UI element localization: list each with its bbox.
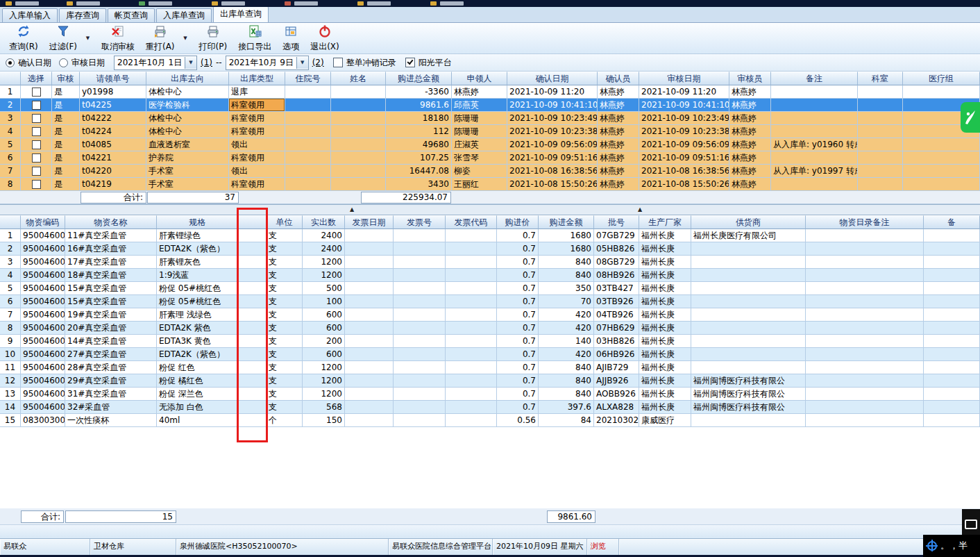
table-row[interactable]: 109500460027#真空采血管EDTA2K（紫色）支6000.742006… [0, 348, 980, 361]
cell[interactable]: 70 [539, 295, 594, 308]
cell[interactable]: 从入库单: y01997 转成出 [771, 165, 858, 178]
cell[interactable] [806, 295, 924, 308]
status-browse-mode[interactable]: 浏览 [587, 539, 619, 555]
cell[interactable]: 肝素锂灰色 [157, 256, 239, 269]
cell[interactable]: 840 [539, 374, 594, 388]
cell[interactable]: 2021-10-09 09:56:09 [507, 138, 598, 151]
cell[interactable]: 95004600 [21, 282, 65, 295]
cell[interactable]: 4 [0, 269, 21, 282]
cell[interactable]: 95004600 [21, 295, 65, 308]
cell[interactable]: 体检中心 [146, 85, 229, 99]
cell[interactable]: 05HB826 [594, 242, 639, 256]
cell[interactable]: 16#真空采血管 [65, 242, 157, 256]
cell[interactable]: 2021-10-08 15:50:26 [507, 178, 598, 191]
cell[interactable] [345, 256, 394, 269]
cell[interactable]: 95004600 [21, 388, 65, 401]
cell[interactable] [394, 414, 446, 427]
cell[interactable]: AJJB926 [594, 374, 639, 388]
cell[interactable]: 支 [267, 295, 303, 308]
column-header[interactable]: 备注 [771, 72, 858, 85]
print-button[interactable]: 打印(P) [194, 24, 233, 53]
cell[interactable]: 14#真空采血管 [65, 335, 157, 348]
cell[interactable]: 支 [267, 401, 303, 414]
cell[interactable] [239, 361, 267, 374]
cell[interactable] [691, 269, 806, 282]
cell[interactable]: 95004600 [21, 348, 65, 361]
cell[interactable] [239, 414, 267, 427]
cell[interactable]: 0.7 [497, 242, 539, 256]
column-header[interactable]: 出库类型 [229, 72, 285, 85]
cell[interactable] [924, 361, 980, 374]
cell[interactable] [691, 414, 806, 427]
cell[interactable]: 95004600 [21, 401, 65, 414]
cell[interactable]: 科室领用 [229, 125, 285, 138]
cell[interactable]: 邱燕英 [452, 99, 507, 112]
cell[interactable] [771, 112, 858, 125]
cell[interactable]: 04TB926 [594, 308, 639, 322]
cell[interactable]: 是 [52, 151, 80, 165]
cell[interactable]: 06HB926 [594, 348, 639, 361]
cell[interactable]: 1200 [303, 269, 345, 282]
cell[interactable] [806, 242, 924, 256]
table-row[interactable]: 7是t04220手术室领出16447.08柳姿2021-10-08 16:38:… [0, 165, 980, 178]
cell[interactable]: 2400 [303, 242, 345, 256]
column-header[interactable]: 实出数 [303, 215, 345, 229]
cell[interactable]: 粉促 橘红色 [157, 374, 239, 388]
cell[interactable]: 陈珊珊 [452, 125, 507, 138]
cell[interactable]: 1680 [539, 229, 594, 242]
ime-status-bar[interactable]: 。，半 [923, 535, 980, 557]
cell[interactable] [858, 178, 903, 191]
cell[interactable] [924, 348, 980, 361]
query-button[interactable]: 查询(R) [4, 24, 43, 53]
date-from-picker[interactable]: 2021年10月 1日 ▼ [114, 56, 197, 70]
column-header[interactable]: 确认员 [598, 72, 639, 85]
cell[interactable] [239, 269, 267, 282]
cell[interactable] [345, 269, 394, 282]
cell[interactable]: 84 [539, 414, 594, 427]
cell[interactable]: 12 [0, 374, 21, 388]
cell[interactable]: 支 [267, 335, 303, 348]
cell[interactable] [446, 414, 497, 427]
reprint-dropdown-arrow-icon[interactable]: ▼ [181, 24, 190, 53]
cell[interactable]: 福州长庚 [639, 401, 691, 414]
cell[interactable] [858, 99, 903, 112]
column-header[interactable]: 审核员 [729, 72, 771, 85]
cell[interactable]: 0.7 [497, 229, 539, 242]
cell[interactable]: 福州长庚医疗有限公司 [691, 229, 806, 242]
cell[interactable] [924, 229, 980, 242]
cell[interactable] [691, 348, 806, 361]
cell[interactable]: 840 [539, 361, 594, 374]
cell[interactable]: 粉促 深兰色 [157, 388, 239, 401]
cell[interactable]: 是 [52, 125, 80, 138]
cell[interactable]: 0.7 [497, 335, 539, 348]
cell[interactable]: 420 [539, 322, 594, 335]
cell[interactable] [858, 125, 903, 138]
cell[interactable]: 福州长庚 [639, 295, 691, 308]
cell[interactable]: 100 [303, 295, 345, 308]
cell[interactable]: 5 [0, 282, 21, 295]
cell[interactable] [771, 99, 858, 112]
cell[interactable]: 95004600 [21, 361, 65, 374]
cell[interactable] [394, 335, 446, 348]
cell[interactable]: 粉促 红色 [157, 361, 239, 374]
cell[interactable]: EDTA2K（紫色） [157, 242, 239, 256]
cell[interactable] [394, 242, 446, 256]
row-checkbox[interactable] [32, 114, 41, 123]
cell[interactable]: 福州闽博医疗科技有限公 [691, 374, 806, 388]
cell[interactable] [239, 256, 267, 269]
cell[interactable] [239, 388, 267, 401]
cell[interactable] [771, 151, 858, 165]
cell[interactable]: 血液透析室 [146, 138, 229, 151]
cell[interactable]: 2021-10-09 11:20 [639, 85, 729, 99]
cell[interactable] [394, 348, 446, 361]
cell[interactable] [806, 269, 924, 282]
cell[interactable]: EDTA2K 紫色 [157, 322, 239, 335]
cell[interactable] [239, 401, 267, 414]
cell[interactable] [806, 361, 924, 374]
cell[interactable]: 3430 [386, 178, 452, 191]
table-row[interactable]: 1508300300一次性痰杯40ml个1500.568420210302康威医… [0, 414, 980, 427]
cell[interactable]: 林燕婷 [729, 99, 771, 112]
cell[interactable] [691, 308, 806, 322]
column-header[interactable]: 发票代码 [446, 215, 497, 229]
row-checkbox[interactable] [32, 101, 41, 110]
